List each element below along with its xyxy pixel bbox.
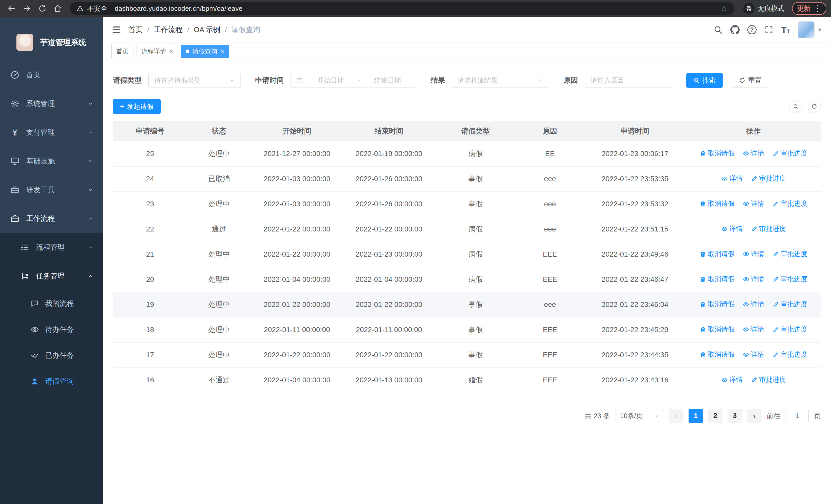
end-date-placeholder: 结束日期 <box>364 76 411 85</box>
close-icon[interactable]: × <box>169 48 173 55</box>
bookmark-star-icon[interactable]: ☆ <box>720 4 728 12</box>
apply-time-range-picker[interactable]: 开始日期 - 结束日期 <box>290 73 416 88</box>
breadcrumb-item-current: 请假查询 <box>231 25 260 35</box>
reset-button[interactable]: 重置 <box>732 73 768 88</box>
cancel-leave-link[interactable]: 取消请假 <box>699 274 735 284</box>
browser-back-button[interactable] <box>5 2 19 16</box>
cell-end-time: 2022-01-23 00:00:00 <box>343 242 435 267</box>
cell-reason: eee <box>516 216 583 242</box>
sidebar-item-label: 我的流程 <box>45 299 74 308</box>
help-icon[interactable]: ? <box>747 25 756 34</box>
cell-applied-time: 2022-01-23 00:06:17 <box>583 141 686 166</box>
page-button-2[interactable]: 2 <box>708 409 722 423</box>
breadcrumb-item[interactable]: 首页 <box>128 25 143 35</box>
detail-link[interactable]: 详情 <box>743 199 764 208</box>
approval-progress-link[interactable]: 审批进度 <box>751 375 786 384</box>
browser-reload-button[interactable] <box>35 2 49 16</box>
approval-progress-link[interactable]: 审批进度 <box>773 149 807 158</box>
detail-link[interactable]: 详情 <box>743 249 764 259</box>
sidebar-item-done-tasks[interactable]: 已办任务 <box>0 342 103 368</box>
cell-end-time: 2022-01-22 00:00:00 <box>343 292 435 317</box>
search-button[interactable]: 搜索 <box>686 73 723 88</box>
goto-page-input[interactable] <box>785 409 809 423</box>
browser-forward-button[interactable] <box>20 2 34 16</box>
cell-reason: EEE <box>516 367 583 393</box>
approval-progress-link[interactable]: 审批进度 <box>773 199 807 208</box>
sidebar-item-label: 已办任务 <box>45 351 74 360</box>
sidebar-item-my-processes[interactable]: 我的流程 <box>0 291 103 317</box>
detail-link[interactable]: 详情 <box>743 149 764 158</box>
cell-id: 23 <box>113 191 188 216</box>
sidebar-item-infrastructure[interactable]: 基础设施 <box>0 147 103 176</box>
cell-leave-type: 事假 <box>435 292 516 317</box>
cancel-leave-link[interactable]: 取消请假 <box>699 199 735 208</box>
hamburger-icon[interactable] <box>111 25 122 35</box>
detail-link[interactable]: 详情 <box>743 274 764 284</box>
page-button-3[interactable]: 3 <box>727 409 742 423</box>
detail-link[interactable]: 详情 <box>721 224 743 233</box>
fullscreen-icon[interactable] <box>764 25 774 34</box>
user-menu[interactable]: ▼ <box>798 21 822 38</box>
next-page-button[interactable]: › <box>747 409 762 423</box>
app-title: 芋道管理系统 <box>40 37 86 48</box>
sidebar-item-leave-query[interactable]: 请假查询 <box>0 368 103 394</box>
page-button-1[interactable]: 1 <box>689 409 703 423</box>
leave-type-select[interactable]: 请选择请假类型 <box>148 73 241 88</box>
approval-progress-link[interactable]: 审批进度 <box>751 224 786 233</box>
cancel-leave-link[interactable]: 取消请假 <box>699 325 735 334</box>
browser-home-button[interactable] <box>51 2 65 16</box>
github-icon[interactable] <box>730 25 740 34</box>
sidebar-item-devtools[interactable]: 研发工具 <box>0 176 103 204</box>
incognito-badge: 无痕模式 <box>743 3 784 14</box>
tab-home[interactable]: 首页 <box>111 45 134 58</box>
cell-id: 25 <box>113 141 188 166</box>
detail-link[interactable]: 详情 <box>743 350 764 359</box>
sidebar-item-todo-tasks[interactable]: 待办任务 <box>0 317 103 342</box>
toggle-search-button[interactable] <box>790 100 802 113</box>
approval-progress-link[interactable]: 审批进度 <box>773 249 807 259</box>
approval-progress-link[interactable]: 审批进度 <box>751 174 786 183</box>
sidebar-item-workflow[interactable]: 工作流程 <box>0 204 103 233</box>
cancel-leave-link[interactable]: 取消请假 <box>699 249 735 259</box>
cell-start-time: 2022-01-03 00:00:00 <box>251 191 343 216</box>
approval-progress-link[interactable]: 审批进度 <box>773 274 807 284</box>
browser-update-menu[interactable]: 更新 ⋮ <box>792 2 826 15</box>
breadcrumb: 首页 / 工作流程 / OA 示例 / 请假查询 <box>128 25 260 35</box>
address-bar[interactable]: 不安全 dashboard.yudao.iocoder.cn/bpm/oa/le… <box>70 2 735 14</box>
cancel-leave-link[interactable]: 取消请假 <box>699 350 735 359</box>
close-icon[interactable]: × <box>220 48 224 55</box>
breadcrumb-item[interactable]: OA 示例 <box>194 25 221 35</box>
tab-process-detail[interactable]: 流程详情 × <box>137 45 178 58</box>
detail-link[interactable]: 详情 <box>743 300 764 309</box>
avatar[interactable] <box>798 21 814 38</box>
prev-page-button[interactable]: ‹ <box>669 409 683 423</box>
sidebar-item-system[interactable]: 系统管理 <box>0 89 103 118</box>
create-leave-button[interactable]: + 发起请假 <box>113 99 161 114</box>
reason-input[interactable]: 请输入原因 <box>584 73 672 88</box>
sidebar-item-payment[interactable]: ¥ 支付管理 <box>0 118 103 147</box>
cancel-leave-link[interactable]: 取消请假 <box>699 149 735 158</box>
tab-leave-query[interactable]: 请假查询 × <box>181 45 229 58</box>
leave-type-label: 请假类型 <box>113 76 142 85</box>
kebab-menu-icon[interactable]: ⋮ <box>813 5 821 12</box>
result-select[interactable]: 请选择流结果 <box>452 73 549 88</box>
search-icon[interactable] <box>713 25 723 34</box>
monitor-icon <box>10 156 20 166</box>
approval-progress-link[interactable]: 审批进度 <box>773 300 807 309</box>
detail-link[interactable]: 详情 <box>743 325 764 334</box>
cancel-leave-link[interactable]: 取消请假 <box>699 300 735 309</box>
sidebar-item-task-mgmt[interactable]: 任务管理 <box>0 262 103 291</box>
cell-applied-time: 2022-01-22 23:45:29 <box>583 317 686 342</box>
detail-link[interactable]: 详情 <box>721 174 743 183</box>
approval-progress-link[interactable]: 审批进度 <box>773 325 807 334</box>
page-size-select[interactable]: 10条/页 <box>615 409 664 423</box>
sidebar-item-home[interactable]: 首页 <box>0 61 103 89</box>
sidebar-item-process-mgmt[interactable]: 流程管理 <box>0 233 103 262</box>
approval-progress-link[interactable]: 审批进度 <box>773 350 807 359</box>
tab-label: 首页 <box>116 47 128 55</box>
breadcrumb-item[interactable]: 工作流程 <box>154 25 183 35</box>
refresh-button[interactable] <box>808 100 821 113</box>
font-size-icon[interactable]: TT <box>781 25 790 35</box>
detail-link[interactable]: 详情 <box>721 375 743 384</box>
table-row: 21 处理中 2022-01-22 00:00:00 2022-01-23 00… <box>113 242 821 267</box>
